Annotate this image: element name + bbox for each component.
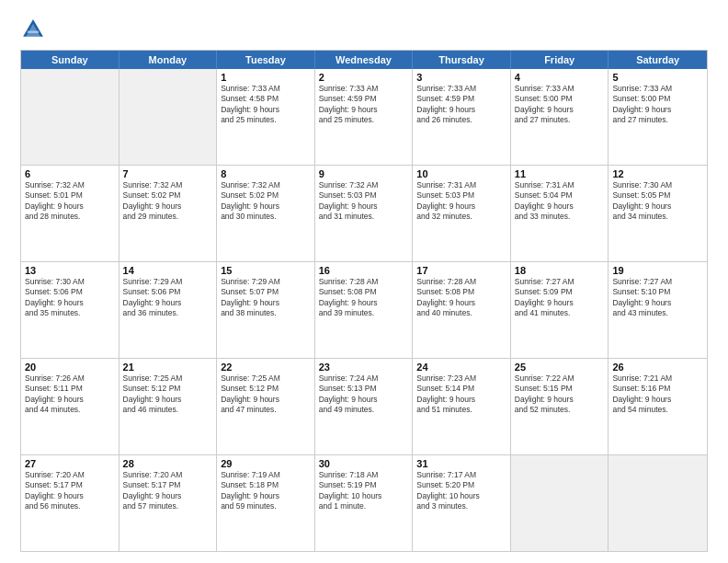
calendar-row: 27Sunrise: 7:20 AM Sunset: 5:17 PM Dayli… (21, 454, 707, 551)
calendar-cell: 5Sunrise: 7:33 AM Sunset: 5:00 PM Daylig… (609, 69, 707, 165)
day-info: Sunrise: 7:24 AM Sunset: 5:13 PM Dayligh… (319, 373, 409, 416)
day-info: Sunrise: 7:33 AM Sunset: 4:58 PM Dayligh… (221, 84, 311, 126)
calendar-row: 6Sunrise: 7:32 AM Sunset: 5:01 PM Daylig… (21, 165, 707, 261)
calendar-cell: 18Sunrise: 7:27 AM Sunset: 5:09 PM Dayli… (511, 262, 609, 358)
calendar-cell (609, 455, 707, 551)
day-info: Sunrise: 7:28 AM Sunset: 5:08 PM Dayligh… (319, 277, 409, 319)
day-number: 3 (416, 72, 506, 83)
calendar-cell: 19Sunrise: 7:27 AM Sunset: 5:10 PM Dayli… (609, 262, 707, 358)
weekday-header: Monday (119, 51, 218, 69)
calendar-cell: 29Sunrise: 7:19 AM Sunset: 5:18 PM Dayli… (217, 455, 315, 551)
calendar-cell: 24Sunrise: 7:23 AM Sunset: 5:14 PM Dayli… (413, 359, 511, 454)
day-info: Sunrise: 7:25 AM Sunset: 5:12 PM Dayligh… (221, 373, 311, 416)
day-info: Sunrise: 7:30 AM Sunset: 5:06 PM Dayligh… (25, 277, 115, 319)
day-info: Sunrise: 7:32 AM Sunset: 5:03 PM Dayligh… (319, 180, 409, 223)
calendar-cell: 15Sunrise: 7:29 AM Sunset: 5:07 PM Dayli… (217, 262, 315, 358)
day-number: 24 (416, 362, 506, 373)
calendar-cell: 20Sunrise: 7:26 AM Sunset: 5:11 PM Dayli… (21, 359, 119, 454)
page: SundayMondayTuesdayWednesdayThursdayFrid… (0, 0, 728, 563)
calendar-cell: 31Sunrise: 7:17 AM Sunset: 5:20 PM Dayli… (413, 455, 511, 551)
day-info: Sunrise: 7:25 AM Sunset: 5:12 PM Dayligh… (123, 373, 213, 416)
day-number: 10 (416, 168, 506, 179)
weekday-header: Wednesday (315, 51, 414, 69)
day-info: Sunrise: 7:27 AM Sunset: 5:10 PM Dayligh… (612, 277, 703, 319)
day-number: 27 (25, 458, 115, 469)
calendar-cell: 4Sunrise: 7:33 AM Sunset: 5:00 PM Daylig… (511, 69, 609, 165)
day-info: Sunrise: 7:21 AM Sunset: 5:16 PM Dayligh… (612, 373, 703, 416)
calendar-cell: 23Sunrise: 7:24 AM Sunset: 5:13 PM Dayli… (315, 359, 414, 454)
day-info: Sunrise: 7:20 AM Sunset: 5:17 PM Dayligh… (123, 470, 213, 512)
calendar-header: SundayMondayTuesdayWednesdayThursdayFrid… (21, 51, 707, 69)
calendar-cell: 30Sunrise: 7:18 AM Sunset: 5:19 PM Dayli… (315, 455, 414, 551)
day-info: Sunrise: 7:20 AM Sunset: 5:17 PM Dayligh… (25, 470, 115, 512)
svg-rect-2 (28, 31, 39, 33)
day-number: 6 (25, 168, 115, 179)
calendar-cell: 13Sunrise: 7:30 AM Sunset: 5:06 PM Dayli… (21, 262, 119, 358)
calendar-cell: 17Sunrise: 7:28 AM Sunset: 5:08 PM Dayli… (413, 262, 511, 358)
day-info: Sunrise: 7:29 AM Sunset: 5:07 PM Dayligh… (221, 277, 311, 319)
day-number: 17 (416, 265, 506, 276)
day-info: Sunrise: 7:28 AM Sunset: 5:08 PM Dayligh… (416, 277, 506, 319)
day-number: 29 (221, 458, 311, 469)
day-info: Sunrise: 7:27 AM Sunset: 5:09 PM Dayligh… (515, 277, 605, 319)
calendar-cell: 6Sunrise: 7:32 AM Sunset: 5:01 PM Daylig… (21, 166, 119, 261)
calendar-cell: 16Sunrise: 7:28 AM Sunset: 5:08 PM Dayli… (315, 262, 414, 358)
day-info: Sunrise: 7:17 AM Sunset: 5:20 PM Dayligh… (416, 470, 506, 512)
calendar-cell: 10Sunrise: 7:31 AM Sunset: 5:03 PM Dayli… (413, 166, 511, 261)
day-number: 11 (515, 168, 605, 179)
day-info: Sunrise: 7:29 AM Sunset: 5:06 PM Dayligh… (123, 277, 213, 319)
day-number: 20 (25, 362, 115, 373)
calendar-cell: 2Sunrise: 7:33 AM Sunset: 4:59 PM Daylig… (315, 69, 414, 165)
weekday-header: Friday (511, 51, 609, 69)
day-number: 28 (123, 458, 213, 469)
day-number: 4 (515, 72, 605, 83)
calendar-cell: 11Sunrise: 7:31 AM Sunset: 5:04 PM Dayli… (511, 166, 609, 261)
day-info: Sunrise: 7:26 AM Sunset: 5:11 PM Dayligh… (25, 373, 115, 416)
weekday-header: Thursday (413, 51, 511, 69)
day-number: 2 (319, 72, 409, 83)
day-number: 31 (416, 458, 506, 469)
day-info: Sunrise: 7:33 AM Sunset: 5:00 PM Dayligh… (515, 84, 605, 126)
day-info: Sunrise: 7:32 AM Sunset: 5:02 PM Dayligh… (123, 180, 213, 223)
calendar-cell: 26Sunrise: 7:21 AM Sunset: 5:16 PM Dayli… (609, 359, 707, 454)
calendar-cell: 12Sunrise: 7:30 AM Sunset: 5:05 PM Dayli… (609, 166, 707, 261)
calendar-cell: 14Sunrise: 7:29 AM Sunset: 5:06 PM Dayli… (119, 262, 218, 358)
day-info: Sunrise: 7:19 AM Sunset: 5:18 PM Dayligh… (221, 470, 311, 512)
weekday-header: Tuesday (217, 51, 315, 69)
header (20, 17, 708, 42)
calendar-cell: 22Sunrise: 7:25 AM Sunset: 5:12 PM Dayli… (217, 359, 315, 454)
day-info: Sunrise: 7:32 AM Sunset: 5:01 PM Dayligh… (25, 180, 115, 223)
day-number: 30 (319, 458, 409, 469)
calendar-cell: 25Sunrise: 7:22 AM Sunset: 5:15 PM Dayli… (511, 359, 609, 454)
day-number: 9 (319, 168, 409, 179)
calendar-cell (21, 69, 119, 165)
day-info: Sunrise: 7:30 AM Sunset: 5:05 PM Dayligh… (612, 180, 703, 223)
day-info: Sunrise: 7:33 AM Sunset: 5:00 PM Dayligh… (612, 84, 703, 126)
day-number: 1 (221, 72, 311, 83)
day-number: 15 (221, 265, 311, 276)
calendar-row: 13Sunrise: 7:30 AM Sunset: 5:06 PM Dayli… (21, 261, 707, 358)
calendar-body: 1Sunrise: 7:33 AM Sunset: 4:58 PM Daylig… (21, 69, 707, 551)
day-info: Sunrise: 7:23 AM Sunset: 5:14 PM Dayligh… (416, 373, 506, 416)
day-info: Sunrise: 7:31 AM Sunset: 5:04 PM Dayligh… (515, 180, 605, 223)
day-info: Sunrise: 7:18 AM Sunset: 5:19 PM Dayligh… (319, 470, 409, 512)
day-info: Sunrise: 7:31 AM Sunset: 5:03 PM Dayligh… (416, 180, 506, 223)
day-number: 8 (221, 168, 311, 179)
calendar-cell: 7Sunrise: 7:32 AM Sunset: 5:02 PM Daylig… (119, 166, 218, 261)
day-info: Sunrise: 7:32 AM Sunset: 5:02 PM Dayligh… (221, 180, 311, 223)
calendar-cell: 9Sunrise: 7:32 AM Sunset: 5:03 PM Daylig… (315, 166, 414, 261)
calendar-row: 1Sunrise: 7:33 AM Sunset: 4:58 PM Daylig… (21, 69, 707, 165)
day-number: 18 (515, 265, 605, 276)
weekday-header: Sunday (21, 51, 119, 69)
day-info: Sunrise: 7:33 AM Sunset: 4:59 PM Dayligh… (319, 84, 409, 126)
day-number: 14 (123, 265, 213, 276)
day-number: 7 (123, 168, 213, 179)
day-info: Sunrise: 7:22 AM Sunset: 5:15 PM Dayligh… (515, 373, 605, 416)
day-info: Sunrise: 7:33 AM Sunset: 4:59 PM Dayligh… (416, 84, 506, 126)
day-number: 23 (319, 362, 409, 373)
day-number: 22 (221, 362, 311, 373)
calendar-cell: 1Sunrise: 7:33 AM Sunset: 4:58 PM Daylig… (217, 69, 315, 165)
calendar-cell: 28Sunrise: 7:20 AM Sunset: 5:17 PM Dayli… (119, 455, 218, 551)
calendar-cell: 21Sunrise: 7:25 AM Sunset: 5:12 PM Dayli… (119, 359, 218, 454)
day-number: 13 (25, 265, 115, 276)
